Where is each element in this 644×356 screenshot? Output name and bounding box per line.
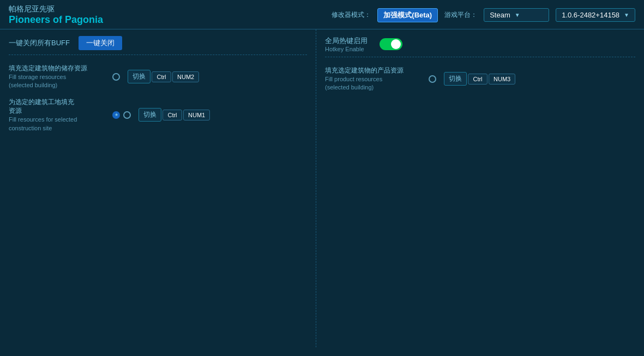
main-content: 一键关闭所有BUFF 一键关闭 填充选定建筑物的储存资源 Fill storag…: [0, 29, 644, 347]
switch-button-r1[interactable]: 切换: [444, 72, 467, 86]
ctrl-key-r1[interactable]: Ctrl: [468, 74, 487, 85]
hotkey-toggle[interactable]: [380, 38, 402, 50]
feature-info-fill-product: 填充选定建筑物的产品资源 Fill product resources(sele…: [325, 66, 429, 92]
app-title-en: Pioneers of Pagonia: [9, 14, 103, 26]
feature-name-zh-r1: 填充选定建筑物的产品资源: [325, 66, 429, 75]
radio-group-2: ★: [112, 111, 131, 119]
num2-key-1[interactable]: NUM2: [172, 71, 199, 82]
left-panel: 一键关闭所有BUFF 一键关闭 填充选定建筑物的储存资源 Fill storag…: [0, 29, 316, 347]
key-group-1: 切换 Ctrl NUM2: [128, 70, 199, 83]
platform-select[interactable]: Steam ▼: [484, 8, 549, 22]
num3-key-r1[interactable]: NUM3: [489, 74, 515, 85]
ctrl-key-2[interactable]: Ctrl: [162, 110, 182, 120]
right-panel: 全局热键启用 Hotkey Enable 填充选定建筑物的产品资源 Fill p…: [316, 29, 644, 347]
close-all-label: 一键关闭所有BUFF: [9, 38, 70, 48]
feature-info-fill-construction: 为选定的建筑工地填充资源 Fill resources for selected…: [9, 98, 112, 132]
hotkey-row: 全局热键启用 Hotkey Enable: [325, 36, 635, 57]
feature-row-fill-construction: 为选定的建筑工地填充资源 Fill resources for selected…: [9, 98, 307, 132]
platform-label: 游戏平台：: [444, 10, 477, 20]
radio-off-1[interactable]: [112, 73, 120, 81]
radio-off-r1[interactable]: [429, 75, 436, 83]
radio-group-1: [112, 73, 120, 81]
hotkey-label-en: Hotkey Enable: [325, 46, 368, 52]
feature-name-en-r1: Fill product resources(selected building…: [325, 75, 429, 92]
feature-controls-1: 切换 Ctrl NUM2: [112, 70, 307, 83]
chevron-down-icon: ▼: [624, 12, 629, 18]
app-title-block: 帕格尼亚先驱 Pioneers of Pagonia: [9, 4, 103, 26]
toggle-knob: [391, 39, 401, 49]
section-header: 一键关闭所有BUFF 一键关闭: [9, 36, 307, 55]
platform-value: Steam: [490, 11, 510, 19]
feature-row-fill-product: 填充选定建筑物的产品资源 Fill product resources(sele…: [325, 66, 635, 92]
app-title-zh: 帕格尼亚先驱: [9, 4, 103, 14]
feature-name-en-1: Fill storage resources(selected building…: [9, 73, 112, 90]
app-header: 帕格尼亚先驱 Pioneers of Pagonia 修改器模式： 加强模式(B…: [0, 0, 644, 29]
key-group-2: 切换 Ctrl NUM1: [139, 108, 210, 122]
switch-button-1[interactable]: 切换: [128, 70, 151, 83]
hotkey-labels: 全局热键启用 Hotkey Enable: [325, 36, 368, 52]
feature-controls-r1: 切换 Ctrl NUM3: [429, 72, 635, 86]
radio-group-r1: [429, 75, 436, 83]
feature-name-zh-2: 为选定的建筑工地填充资源: [9, 98, 112, 116]
feature-controls-2: ★ 切换 Ctrl NUM1: [112, 108, 307, 122]
version-select[interactable]: 1.0.6-2482+14158 ▼: [556, 8, 635, 22]
hotkey-label-zh: 全局热键启用: [325, 36, 368, 46]
ctrl-key-1[interactable]: Ctrl: [152, 71, 171, 82]
mode-label: 修改器模式：: [332, 10, 371, 20]
switch-button-2[interactable]: 切换: [139, 108, 161, 122]
chevron-down-icon: ▼: [515, 12, 520, 18]
radio-off-2[interactable]: [123, 111, 131, 119]
key-group-r1: 切换 Ctrl NUM3: [444, 72, 515, 86]
star-dot-2[interactable]: ★: [112, 111, 120, 119]
feature-row-fill-storage: 填充选定建筑物的储存资源 Fill storage resources(sele…: [9, 64, 307, 90]
num1-key-2[interactable]: NUM1: [183, 110, 210, 120]
version-value: 1.0.6-2482+14158: [562, 11, 619, 19]
close-all-button[interactable]: 一键关闭: [79, 36, 122, 50]
feature-name-zh-1: 填充选定建筑物的储存资源: [9, 64, 112, 73]
header-controls: 修改器模式： 加强模式(Beta) 游戏平台： Steam ▼ 1.0.6-24…: [332, 8, 635, 22]
mode-badge-button[interactable]: 加强模式(Beta): [377, 8, 438, 22]
feature-info-fill-storage: 填充选定建筑物的储存资源 Fill storage resources(sele…: [9, 64, 112, 90]
feature-name-en-2: Fill resources for selectedconstruction …: [9, 116, 112, 132]
